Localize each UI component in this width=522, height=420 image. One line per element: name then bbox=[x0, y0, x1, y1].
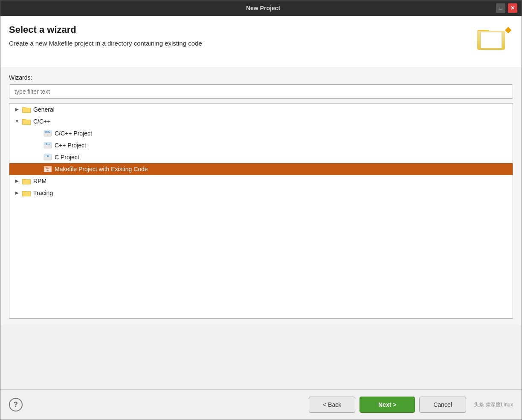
window-title: New Project bbox=[30, 5, 496, 12]
tree-item-makefile[interactable]: C++ MK Makefile Project with Existing Co… bbox=[9, 163, 513, 175]
chevron-general: ▶ bbox=[14, 106, 20, 113]
svg-text:C/C+: C/C+ bbox=[45, 131, 50, 133]
chevron-rpm: ▶ bbox=[14, 178, 20, 184]
header-subtitle: Create a new Makefile project in a direc… bbox=[9, 40, 469, 47]
chevron-cpp: ▼ bbox=[14, 118, 20, 125]
chevron-tracing: ▶ bbox=[14, 190, 20, 196]
svg-rect-23 bbox=[23, 180, 30, 184]
main-section: Wizards: ▶ General bbox=[0, 67, 522, 325]
cancel-button[interactable]: Cancel bbox=[419, 397, 466, 413]
tree-item-cpp-plus-project[interactable]: C++ C++ Project bbox=[9, 139, 513, 151]
watermark: 头条 @深度Linux bbox=[474, 401, 513, 408]
cpp-plus-label: C++ Project bbox=[55, 142, 508, 149]
tree-item-general[interactable]: ▶ General bbox=[9, 104, 513, 115]
dialog-content: Select a wizard Create a new Makefile pr… bbox=[0, 16, 522, 420]
c-project-label: C Project bbox=[55, 154, 508, 161]
header-title: Select a wizard bbox=[9, 24, 469, 35]
title-bar: New Project □ ✕ bbox=[0, 0, 522, 16]
header-text: Select a wizard Create a new Makefile pr… bbox=[9, 24, 469, 47]
back-button[interactable]: < Back bbox=[309, 397, 355, 413]
tree-item-rpm[interactable]: ▶ RPM bbox=[9, 175, 513, 187]
svg-rect-3 bbox=[23, 108, 30, 112]
filter-input[interactable] bbox=[9, 84, 513, 99]
general-label: General bbox=[33, 106, 508, 113]
folder-icon-cpp bbox=[22, 118, 31, 125]
tree-item-tracing[interactable]: ▶ Tracing bbox=[9, 187, 513, 199]
c-project-icon: C bbox=[44, 154, 52, 161]
footer-left: ? bbox=[9, 398, 23, 411]
makefile-label: Makefile Project with Existing Code bbox=[55, 166, 508, 173]
cpp-plus-icon: C++ bbox=[44, 142, 52, 149]
help-button[interactable]: ? bbox=[9, 398, 23, 411]
svg-text:MK: MK bbox=[46, 170, 49, 172]
svg-text:C++: C++ bbox=[46, 167, 49, 169]
svg-text:C++: C++ bbox=[46, 143, 50, 145]
folder-icon-rpm bbox=[22, 178, 31, 184]
dialog-footer: ? < Back Next > Cancel 头条 @深度Linux bbox=[0, 389, 522, 420]
footer-buttons: < Back Next > Cancel 头条 @深度Linux bbox=[309, 397, 513, 413]
next-button[interactable]: Next > bbox=[360, 397, 415, 413]
cpp-project-label: C/C++ Project bbox=[55, 130, 508, 137]
folder-icon-general bbox=[22, 106, 31, 113]
makefile-icon: C++ MK bbox=[44, 166, 52, 173]
tree-item-c-project[interactable]: C C Project bbox=[9, 151, 513, 163]
chevron-cpp-project bbox=[35, 130, 42, 137]
wizard-icon: ◆ bbox=[477, 24, 511, 58]
rpm-label: RPM bbox=[33, 178, 508, 184]
wizards-label: Wizards: bbox=[9, 74, 513, 81]
window-controls: □ ✕ bbox=[496, 3, 517, 13]
spacer bbox=[0, 325, 522, 389]
sparkle-icon: ◆ bbox=[505, 24, 511, 35]
cpp-label: C/C++ bbox=[33, 118, 508, 125]
tree-item-cpp-project[interactable]: C/C+ + C/C++ Project bbox=[9, 127, 513, 139]
wizard-tree[interactable]: ▶ General ▼ bbox=[9, 103, 513, 319]
svg-text:C: C bbox=[47, 155, 49, 157]
chevron-makefile bbox=[35, 166, 42, 173]
svg-rect-6 bbox=[23, 120, 30, 124]
close-button[interactable]: ✕ bbox=[508, 3, 517, 13]
cpp-project-icon: C/C+ + bbox=[44, 130, 52, 137]
chevron-c-project bbox=[35, 154, 42, 161]
maximize-button[interactable]: □ bbox=[496, 3, 505, 13]
new-project-window: New Project □ ✕ Select a wizard Create a… bbox=[0, 0, 522, 420]
header-section: Select a wizard Create a new Makefile pr… bbox=[0, 16, 522, 67]
tree-item-cpp[interactable]: ▼ C/C++ bbox=[9, 115, 513, 127]
tracing-label: Tracing bbox=[33, 190, 508, 196]
folder-icon-tracing bbox=[22, 190, 31, 196]
chevron-cpp-plus bbox=[35, 142, 42, 149]
svg-rect-26 bbox=[23, 192, 30, 196]
